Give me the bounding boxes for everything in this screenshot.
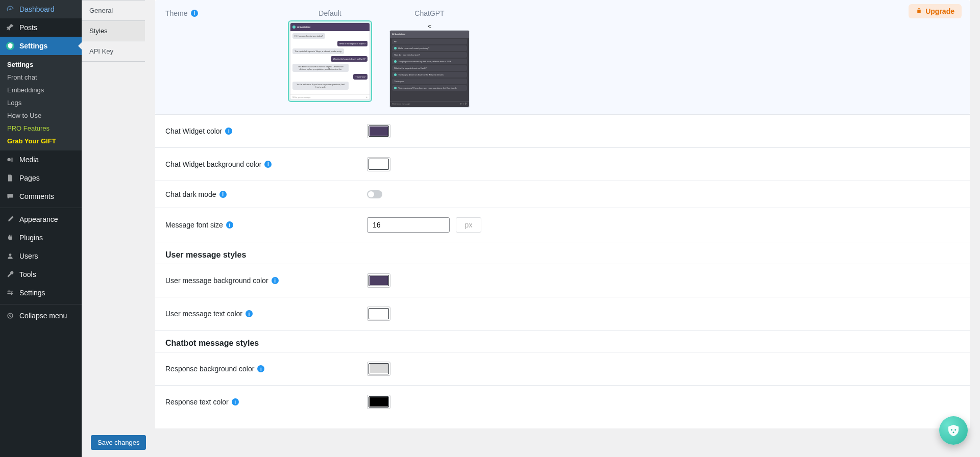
menu-label: Dashboard xyxy=(19,5,55,13)
info-icon[interactable]: i xyxy=(257,365,264,372)
theme-option-chatgpt[interactable]: ChatGPT < AI Assistant Hi! Hello! How ca… xyxy=(387,9,472,102)
menu-label: Users xyxy=(19,252,38,260)
submenu-item-frontchat[interactable]: Front chat xyxy=(0,71,82,84)
plug-icon xyxy=(5,233,15,243)
theme-block: Theme i Default AI Assistant Hi! How can… xyxy=(155,0,970,114)
sliders-icon xyxy=(5,288,15,298)
tab-apikey[interactable]: API Key xyxy=(82,41,145,62)
info-icon[interactable]: i xyxy=(225,128,232,135)
menu-label: Tools xyxy=(19,270,36,278)
row-resp-bg: Response background colori xyxy=(155,352,970,386)
info-icon[interactable]: i xyxy=(272,277,279,284)
submenu-item-howto[interactable]: How to Use xyxy=(0,109,82,122)
menu-label: Media xyxy=(19,156,39,164)
info-icon[interactable]: i xyxy=(264,161,272,168)
menu-label: Settings xyxy=(19,289,45,297)
preview-chatgpt: AI Assistant Hi! Hello! How can I assist… xyxy=(389,30,470,108)
theme-option-default[interactable]: Default AI Assistant Hi! How can I assis… xyxy=(288,9,372,102)
menu-item-pages[interactable]: Pages xyxy=(0,169,82,187)
menu-label: Settings xyxy=(19,42,47,50)
submenu: Settings Front chat Embeddings Logs How … xyxy=(0,55,82,150)
menu-item-tools[interactable]: Tools xyxy=(0,265,82,284)
font-size-unit: px xyxy=(456,217,481,233)
submenu-item-pro[interactable]: PRO Features xyxy=(0,122,82,135)
menu-item-wp-settings[interactable]: Settings xyxy=(0,284,82,302)
submenu-item-embeddings[interactable]: Embeddings xyxy=(0,84,82,96)
menu-label: Pages xyxy=(19,174,40,182)
theme-label: Theme i xyxy=(165,9,257,17)
menu-item-comments[interactable]: Comments xyxy=(0,187,82,206)
color-picker-user-bg[interactable] xyxy=(369,275,389,286)
menu-item-users[interactable]: Users xyxy=(0,247,82,265)
row-user-text: User message text colori xyxy=(155,297,970,331)
section-user-styles: User message styles xyxy=(155,242,970,264)
info-icon[interactable]: i xyxy=(219,191,227,198)
menu-label: Posts xyxy=(19,23,37,32)
submenu-item-logs[interactable]: Logs xyxy=(0,96,82,109)
menu-label: Comments xyxy=(19,192,54,200)
info-icon[interactable]: i xyxy=(232,398,239,405)
menu-item-collapse[interactable]: Collapse menu xyxy=(0,307,82,325)
brush-icon xyxy=(5,214,15,224)
color-picker-widget-bg[interactable] xyxy=(369,159,389,170)
row-user-bg: User message background colori xyxy=(155,264,970,297)
lock-icon xyxy=(916,7,922,15)
menu-item-posts[interactable]: Posts xyxy=(0,18,82,37)
media-icon xyxy=(5,155,15,165)
upgrade-label: Upgrade xyxy=(925,7,954,15)
tab-general[interactable]: General xyxy=(82,0,145,21)
menu-item-ai-settings[interactable]: Settings xyxy=(0,37,82,55)
ai-shield-icon xyxy=(5,41,15,51)
submenu-item-gift[interactable]: Grab Your GIFT xyxy=(0,135,82,147)
collapse-icon xyxy=(5,311,15,321)
tab-styles[interactable]: Styles xyxy=(82,21,145,41)
submenu-item-settings[interactable]: Settings xyxy=(0,58,82,71)
toggle-dark-mode[interactable] xyxy=(367,190,382,198)
comment-icon xyxy=(5,191,15,201)
row-resp-text: Response text colori xyxy=(155,386,970,418)
preview-default: AI Assistant Hi! How can I assist you to… xyxy=(290,22,370,100)
row-chat-widget-bg: Chat Widget background colori xyxy=(155,148,970,181)
svg-point-3 xyxy=(8,313,13,318)
info-icon[interactable]: i xyxy=(226,221,233,229)
row-dark-mode: Chat dark modei xyxy=(155,181,970,208)
color-picker-resp-bg[interactable] xyxy=(369,363,389,374)
section-bot-styles: Chatbot message styles xyxy=(155,331,970,352)
info-icon[interactable]: i xyxy=(191,10,198,17)
color-picker-user-text[interactable] xyxy=(369,308,389,319)
menu-item-dashboard[interactable]: Dashboard xyxy=(0,0,82,18)
upgrade-button[interactable]: Upgrade xyxy=(909,4,962,18)
input-font-size[interactable] xyxy=(367,217,450,233)
menu-label: Appearance xyxy=(19,215,58,223)
user-icon xyxy=(5,251,15,261)
color-picker-widget[interactable] xyxy=(369,125,389,137)
content-panel: Upgrade Theme i Default AI Assistant Hi!… xyxy=(155,0,970,428)
gauge-icon xyxy=(5,4,15,14)
menu-item-media[interactable]: Media xyxy=(0,150,82,169)
menu-item-appearance[interactable]: Appearance xyxy=(0,210,82,229)
settings-tabs: General Styles API Key xyxy=(82,0,145,62)
menu-label: Plugins xyxy=(19,234,43,242)
row-chat-widget-color: Chat Widget colori xyxy=(155,114,970,148)
menu-item-plugins[interactable]: Plugins xyxy=(0,229,82,247)
admin-sidebar: Dashboard Posts Settings Settings Front … xyxy=(0,0,82,428)
row-font-size: Message font sizei px xyxy=(155,208,970,242)
wrench-icon xyxy=(5,269,15,280)
svg-point-2 xyxy=(9,253,12,256)
page-icon xyxy=(5,173,15,183)
info-icon[interactable]: i xyxy=(246,310,253,317)
color-picker-resp-text[interactable] xyxy=(369,396,389,408)
pin-icon xyxy=(5,22,15,33)
menu-label: Collapse menu xyxy=(19,312,67,320)
svg-point-1 xyxy=(7,158,10,161)
